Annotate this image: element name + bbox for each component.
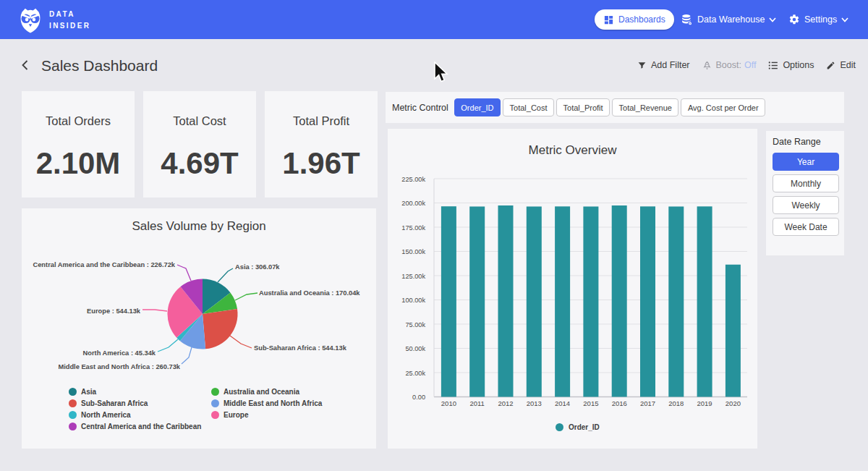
kpi-label: Total Orders — [22, 114, 135, 128]
database-icon — [681, 14, 693, 26]
pie-callout-line-asia — [218, 268, 233, 282]
bar-2016[interactable] — [612, 205, 627, 397]
mouse-cursor — [433, 61, 449, 85]
bar-2018[interactable] — [668, 206, 684, 396]
edit-button[interactable]: Edit — [840, 60, 856, 70]
bar-chart-legend: Order_ID — [556, 423, 600, 431]
y-tick-label: 100.00k — [401, 297, 425, 304]
pie-label-europe: Europe : 544.13k — [87, 307, 140, 315]
boost-label: Boost: — [716, 60, 741, 70]
pie-callout-line-sub-saharan-africa — [230, 336, 252, 348]
y-tick-label: 200.00k — [401, 200, 425, 207]
bar-2013[interactable] — [527, 206, 542, 396]
metric-button-total-revenue[interactable]: Total_Revenue — [612, 98, 678, 116]
data-warehouse-label: Data Warehouse — [697, 14, 765, 25]
brand-name: DATA INSIDER — [49, 9, 90, 31]
kpi-value: 2.10M — [22, 146, 135, 181]
pie-label-sub-saharan-africa: Sub-Saharan Africa : 544.13k — [254, 344, 346, 352]
y-tick-label: 225.00k — [401, 176, 425, 183]
gear-icon — [788, 14, 800, 25]
legend-item-north-america[interactable]: North America — [69, 409, 201, 420]
kpi-card-total-orders: Total Orders 2.10M — [22, 91, 135, 198]
kpi-card-total-profit: Total Profit 1.96T — [265, 91, 378, 198]
y-tick-label: 125.00k — [401, 273, 425, 280]
pie-chart-card: Sales Volume by Region Asia : 306.07kAus… — [22, 208, 376, 449]
pie-slice-sub-saharan-africa[interactable] — [203, 309, 238, 349]
dashboards-button[interactable]: Dashboards — [595, 9, 674, 30]
x-tick-label-2018: 2018 — [668, 399, 684, 407]
legend-label: Central America and the Caribbean — [81, 423, 201, 430]
pie-callout-line-north-america — [158, 339, 178, 352]
x-tick-label-2017: 2017 — [640, 399, 655, 407]
app-root: DATA INSIDER Dashboards Data Warehouse — [0, 0, 868, 471]
kpi-label: Total Cost — [143, 114, 256, 128]
x-tick-label-2011: 2011 — [469, 399, 484, 407]
pie-callout-line-australia-and-oceania — [235, 293, 258, 300]
chevron-down-icon — [769, 17, 776, 22]
page-title: Sales Dashboard — [41, 57, 158, 75]
date-range-monthly-button[interactable]: Monthly — [773, 174, 839, 192]
options-button[interactable]: Options — [783, 60, 814, 70]
pie-callout-line-middle-east-and-north-africa — [182, 347, 192, 364]
legend-dot — [69, 399, 77, 407]
date-range-weekly-button[interactable]: Weekly — [773, 196, 839, 214]
add-filter-button[interactable]: Add Filter — [651, 60, 690, 70]
bar-2017[interactable] — [640, 206, 655, 396]
metric-button-order-id[interactable]: Order_ID — [454, 98, 501, 116]
legend-dot — [211, 411, 219, 419]
bar-2011[interactable] — [469, 206, 485, 396]
pie-label-central-america-and-the-caribbean: Central America and the Caribbean : 226.… — [33, 261, 175, 269]
filter-icon — [637, 61, 647, 70]
date-range-week-date-button[interactable]: Week Date — [773, 218, 839, 236]
x-tick-label-2012: 2012 — [498, 399, 513, 407]
x-tick-label-2013: 2013 — [527, 399, 542, 407]
legend-label: Asia — [81, 388, 96, 396]
y-tick-label: 50.00k — [405, 345, 425, 352]
back-button[interactable] — [19, 59, 32, 72]
bar-2014[interactable] — [555, 206, 570, 396]
legend-label: Middle East and North Africa — [224, 399, 322, 407]
bar-2010[interactable] — [441, 206, 456, 396]
top-navbar: DATA INSIDER Dashboards Data Warehouse — [0, 0, 868, 39]
y-tick-label: 150.00k — [401, 248, 425, 255]
bar-2015[interactable] — [583, 206, 598, 396]
x-tick-label-2016: 2016 — [612, 399, 627, 407]
metric-button-total-cost[interactable]: Total_Cost — [503, 98, 554, 116]
data-warehouse-menu[interactable]: Data Warehouse — [681, 0, 776, 39]
x-tick-label-2019: 2019 — [697, 399, 712, 407]
legend-item-middle-east-and-north-africa[interactable]: Middle East and North Africa — [211, 397, 322, 409]
bar-2012[interactable] — [498, 205, 514, 397]
date-range-year-button[interactable]: Year — [773, 153, 839, 171]
bar-2020[interactable] — [726, 265, 741, 397]
legend-item-central-america-and-the-caribbean[interactable]: Central America and the Caribbean — [69, 420, 201, 432]
date-range-label: Date Range — [773, 137, 844, 147]
pie-label-australia-and-oceania: Australia and Oceania : 170.04k — [259, 289, 360, 297]
pie-legend-column-2: Australia and OceaniaMiddle East and Nor… — [211, 386, 322, 420]
boost-value[interactable]: Off — [744, 60, 756, 70]
settings-menu[interactable]: Settings — [788, 0, 848, 39]
pie-legend-column-1: AsiaSub-Saharan AfricaNorth AmericaCentr… — [69, 386, 201, 432]
legend-item-europe[interactable]: Europe — [211, 409, 322, 420]
y-tick-label: 25.00k — [405, 370, 425, 377]
x-tick-label-2020: 2020 — [726, 399, 741, 407]
metric-button-avg-cost-per-order[interactable]: Avg. Cost per Order — [681, 98, 765, 116]
pie-callout-line-europe — [142, 310, 167, 311]
brand-logo[interactable]: DATA INSIDER — [18, 7, 90, 33]
metric-button-total-profit[interactable]: Total_Profit — [556, 98, 610, 116]
legend-item-sub-saharan-africa[interactable]: Sub-Saharan Africa — [69, 397, 201, 409]
pie-label-north-america: North America : 45.34k — [83, 349, 156, 357]
x-tick-label-2015: 2015 — [583, 399, 598, 407]
pie-callout-line-central-america-and-the-caribbean — [177, 265, 191, 281]
metric-control-label: Metric Control — [392, 103, 448, 113]
legend-label: Sub-Saharan Africa — [81, 399, 148, 407]
chevron-down-icon — [841, 17, 848, 22]
legend-item-asia[interactable]: Asia — [69, 386, 201, 397]
header-actions: Add Filter Boost: Off Options Edit — [637, 60, 856, 70]
bar-chart: 225.00k200.00k175.00k150.00k125.00k100.0… — [388, 129, 757, 449]
kpi-label: Total Profit — [265, 114, 378, 128]
legend-item-australia-and-oceania[interactable]: Australia and Oceania — [211, 386, 322, 397]
bar-chart-card: Metric Overview 225.00k200.00k175.00k150… — [388, 129, 757, 449]
bar-2019[interactable] — [697, 206, 712, 396]
y-tick-label: 75.00k — [405, 321, 425, 328]
x-tick-label-2010: 2010 — [441, 399, 456, 407]
